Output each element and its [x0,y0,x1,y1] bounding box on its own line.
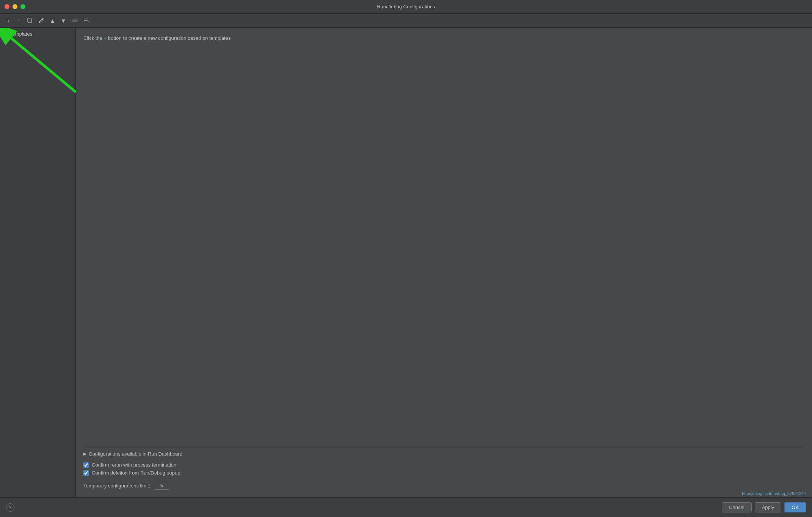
toolbar: + − ▲ ▼ [0,14,812,28]
svg-rect-3 [72,19,74,21]
confirm-rerun-label: Confirm rerun with process termination [92,462,176,468]
sort-configurations-button[interactable] [81,16,91,25]
hint-text: Click the + button to create a new confi… [83,35,804,41]
remove-configuration-button[interactable]: − [14,16,24,25]
move-down-button[interactable]: ▼ [59,16,68,25]
configurations-section-header[interactable]: ▶ Configurations available in Run Dashbo… [83,451,804,457]
title-bar: Run/Debug Configurations [0,0,812,14]
confirm-rerun-checkbox[interactable] [83,462,89,468]
apply-button[interactable]: Apply [755,502,782,512]
move-up-button[interactable]: ▲ [48,16,57,25]
temp-config-limit-input[interactable] [154,482,169,490]
cancel-button[interactable]: Cancel [722,502,751,512]
left-panel: ▶ Templates [0,28,76,497]
configurations-section: ▶ Configurations available in Run Dashbo… [83,447,804,457]
move-to-group-button[interactable] [70,16,80,25]
spacer [83,49,804,447]
configurations-section-label: Configurations available in Run Dashboar… [89,451,182,457]
minimize-button[interactable] [13,4,17,9]
edit-defaults-button[interactable] [36,16,46,25]
confirm-deletion-row: Confirm deletion from Run/Debug popup [83,470,804,476]
copy-configuration-button[interactable] [25,16,35,25]
dialog-title: Run/Debug Configurations [377,4,435,9]
add-configuration-button[interactable]: + [4,16,13,25]
ok-button[interactable]: OK [784,502,806,512]
svg-rect-1 [28,18,31,22]
footer: ? Cancel Apply OK https://blog.csdn.net/… [0,497,812,517]
temp-config-limit-label: Temporary configurations limit: [83,483,150,489]
section-expand-arrow: ▶ [83,451,86,456]
svg-rect-4 [75,19,77,21]
close-button[interactable] [5,4,9,9]
templates-tree-item[interactable]: ▶ Templates [0,30,75,38]
right-panel: Click the + button to create a new confi… [76,28,812,497]
tree-expand-arrow: ▶ [3,31,8,36]
main-content: ▶ Templates Click the + button to create… [0,28,812,497]
window-controls [5,4,25,9]
plus-sign: + [103,35,107,41]
confirm-deletion-checkbox[interactable] [83,470,89,476]
maximize-button[interactable] [20,4,25,9]
temp-config-limit-row: Temporary configurations limit: [83,482,804,490]
confirm-rerun-row: Confirm rerun with process termination [83,462,804,468]
footer-buttons: Cancel Apply OK [722,502,806,512]
help-button[interactable]: ? [6,503,14,512]
footer-url: https://blog.csdn.net/qq_37924224 [742,491,806,496]
templates-label: Templates [10,31,32,37]
footer-left: ? [6,503,14,512]
confirm-deletion-label: Confirm deletion from Run/Debug popup [92,470,180,476]
